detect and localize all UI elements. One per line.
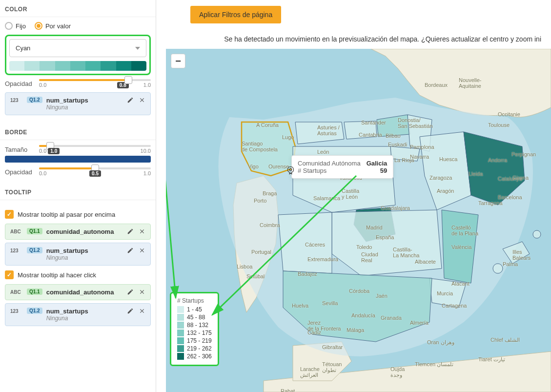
- legend-row: 45 - 88: [177, 314, 212, 321]
- opacity-slider[interactable]: 0.00.81.0: [39, 79, 151, 88]
- map-tooltip: Comunidad AutónomaGalicia # Startups59: [291, 155, 393, 179]
- close-icon[interactable]: [139, 97, 145, 103]
- click-checkbox[interactable]: ✓: [5, 270, 14, 279]
- legend-row: 175 - 219: [177, 337, 212, 344]
- hover-checkbox[interactable]: ✓: [5, 210, 14, 219]
- tooltip-field-2: 123 Q1.2 num_startupsNinguna: [5, 243, 151, 266]
- map-legend: # Startups 1 - 4545 - 8888 - 132132 - 17…: [170, 292, 219, 366]
- palette-highlight: Cyan: [5, 35, 151, 75]
- svg-point-2: [289, 168, 292, 171]
- legend-row: 1 - 45: [177, 306, 212, 313]
- edit-icon[interactable]: [127, 97, 134, 103]
- tooltip-field-1: ABC Q1.1 comunidad_autonoma: [5, 224, 151, 240]
- close-icon[interactable]: [139, 228, 145, 235]
- palette-select[interactable]: Cyan: [9, 39, 146, 57]
- svg-point-1: [493, 264, 503, 273]
- map-svg: [166, 49, 551, 392]
- legend-row: 132 - 175: [177, 330, 212, 336]
- edit-icon[interactable]: [127, 247, 134, 254]
- border-color-bar[interactable]: [5, 156, 151, 163]
- palette-preview: [9, 61, 146, 71]
- zoom-out-button[interactable]: −: [171, 54, 185, 68]
- edit-icon[interactable]: [127, 308, 134, 314]
- section-color-header: COLOR: [0, 0, 156, 17]
- radio-by-value[interactable]: Por valor: [35, 22, 71, 30]
- legend-row: 219 - 262: [177, 345, 212, 352]
- close-icon[interactable]: [139, 308, 145, 314]
- tooltip-click-field-2: 123 Q1.2 num_startupsNinguna: [5, 303, 151, 326]
- apply-filters-button[interactable]: Aplicar Filtros de página: [190, 6, 281, 23]
- radio-fixed[interactable]: Fijo: [5, 22, 26, 30]
- section-border-header: BORDE: [0, 123, 156, 140]
- chevron-down-icon: [135, 47, 140, 50]
- legend-row: 262 - 306: [177, 353, 212, 360]
- sidebar: COLOR Fijo Por valor Cyan Opacidad 0.00.…: [0, 0, 156, 392]
- edit-icon[interactable]: [127, 228, 134, 235]
- cursor-icon: [287, 166, 296, 175]
- section-tooltip-header: TOOLTIP: [0, 183, 156, 200]
- close-icon[interactable]: [139, 247, 145, 254]
- svg-point-0: [533, 230, 541, 238]
- tooltip-click-field-1: ABC Q1.1 comunidad_autonoma: [5, 284, 151, 300]
- edit-icon[interactable]: [127, 289, 134, 295]
- color-field-card: 123 Q1.2 num_startups Ninguna: [5, 92, 151, 115]
- border-opacity-slider[interactable]: 0.00.51.0: [39, 167, 151, 176]
- border-size-slider[interactable]: 0.01.010.0: [39, 145, 151, 154]
- radio-icon: [35, 22, 42, 30]
- legend-row: 88 - 132: [177, 322, 212, 329]
- map-update-message: Se ha detectado un movimiento en la prev…: [166, 28, 551, 50]
- close-icon[interactable]: [139, 289, 145, 295]
- map-canvas[interactable]: − BordeauxToulousePerpignanAndorraNouvel…: [166, 49, 551, 392]
- radio-icon: [5, 22, 13, 30]
